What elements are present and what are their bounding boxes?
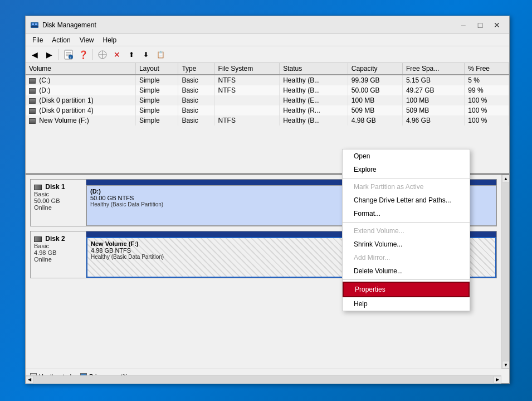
ctx-explore[interactable]: Explore xyxy=(343,163,470,176)
ctx-shrink[interactable]: Shrink Volume... xyxy=(343,238,470,251)
cell-volume: New Volume (F:) xyxy=(26,115,135,125)
ctx-format[interactable]: Format... xyxy=(343,207,470,220)
col-layout[interactable]: Layout xyxy=(135,63,178,75)
close-button[interactable]: ✕ xyxy=(489,18,505,32)
disk-2-info: Disk 2 Basic 4.98 GB Online xyxy=(31,231,86,278)
disk-icon-1 xyxy=(34,185,42,190)
disk-1-info: Disk 1 Basic 50.00 GB Online xyxy=(31,180,86,226)
table-row[interactable]: (Disk 0 partition 4) Simple Basic Health… xyxy=(26,105,509,115)
disk-1-status: Online xyxy=(34,204,82,211)
ctx-help[interactable]: Help xyxy=(343,297,470,311)
cell-free: 4.96 GB xyxy=(402,115,464,125)
maximize-button[interactable]: □ xyxy=(472,18,488,32)
cell-layout: Simple xyxy=(135,75,178,85)
down-button[interactable]: ⬇ xyxy=(139,48,153,61)
svg-rect-3 xyxy=(31,26,38,27)
col-filesystem[interactable]: File System xyxy=(214,63,280,75)
cell-layout: Simple xyxy=(135,95,178,105)
disk-1-type: Basic xyxy=(34,191,82,197)
cell-status: Healthy (R... xyxy=(280,105,348,115)
volume-table: Volume Layout Type File System Status Ca… xyxy=(26,63,509,125)
cell-fs: NTFS xyxy=(214,85,280,95)
scroll-down-button[interactable]: ▼ xyxy=(502,361,509,369)
cell-free: 509 MB xyxy=(402,105,464,115)
cell-pct: 100 % xyxy=(465,105,509,115)
help-button[interactable]: ❓ xyxy=(76,48,90,61)
cell-type: Basic xyxy=(178,115,214,125)
delete-button[interactable]: ✕ xyxy=(110,48,124,61)
table-row[interactable]: (C:) Simple Basic NTFS Healthy (B... 99.… xyxy=(26,75,509,85)
title-bar: Disk Management – □ ✕ xyxy=(26,16,509,34)
cell-type: Basic xyxy=(178,75,214,85)
svg-text:i: i xyxy=(70,55,71,59)
app-icon xyxy=(30,21,39,30)
minimize-button[interactable]: – xyxy=(456,18,471,32)
cell-pct: 99 % xyxy=(465,85,509,95)
ctx-sep-3 xyxy=(343,279,470,280)
cell-free: 49.27 GB xyxy=(402,85,464,95)
cell-type: Basic xyxy=(178,85,214,95)
cell-fs: NTFS xyxy=(214,115,280,125)
svg-rect-2 xyxy=(35,23,37,25)
cell-status: Healthy (B... xyxy=(280,115,348,125)
scroll-up-button[interactable]: ▲ xyxy=(502,175,509,182)
cell-fs xyxy=(214,105,280,115)
context-menu: Open Explore Mark Partition as Active Ch… xyxy=(342,149,470,311)
cell-layout: Simple xyxy=(135,105,178,115)
ctx-delete[interactable]: Delete Volume... xyxy=(343,264,470,278)
back-button[interactable]: ◀ xyxy=(28,48,41,61)
connect-button[interactable] xyxy=(96,48,109,61)
ctx-add-mirror: Add Mirror... xyxy=(343,251,470,264)
table-row[interactable]: (Disk 0 partition 1) Simple Basic Health… xyxy=(26,95,509,105)
toolbar: ◀ ▶ i ❓ xyxy=(26,46,509,63)
cell-volume: (C:) xyxy=(26,75,135,85)
col-type[interactable]: Type xyxy=(178,63,214,75)
disk-icon-p1 xyxy=(29,98,36,104)
menu-view[interactable]: View xyxy=(75,35,99,45)
table-row[interactable]: New Volume (F:) Simple Basic NTFS Health… xyxy=(26,115,509,125)
cell-layout: Simple xyxy=(135,115,178,125)
cell-type: Basic xyxy=(178,95,214,105)
table-row[interactable]: (D:) Simple Basic NTFS Healthy (B... 50.… xyxy=(26,85,509,95)
disk-2-size: 4.98 GB xyxy=(34,249,82,256)
cell-capacity: 509 MB xyxy=(348,105,402,115)
col-capacity[interactable]: Capacity xyxy=(348,63,402,75)
cell-free: 100 MB xyxy=(402,95,464,105)
col-status[interactable]: Status xyxy=(280,63,348,75)
scroll-track xyxy=(502,182,509,361)
ctx-properties[interactable]: Properties xyxy=(343,282,470,297)
ctx-mark-active: Mark Partition as Active xyxy=(343,180,470,194)
svg-point-8 xyxy=(69,55,73,59)
cell-pct: 100 % xyxy=(465,95,509,105)
up-button[interactable]: ⬆ xyxy=(125,48,138,61)
cell-capacity: 4.98 GB xyxy=(348,115,402,125)
menu-help[interactable]: Help xyxy=(99,35,121,45)
window-title: Disk Management xyxy=(42,21,456,29)
disk-2-type: Basic xyxy=(34,243,82,249)
cell-fs xyxy=(214,95,280,105)
vertical-scrollbar: ▲ ▼ xyxy=(501,175,509,369)
ctx-open[interactable]: Open xyxy=(343,149,470,163)
disk-icon-f xyxy=(29,118,36,124)
menu-action[interactable]: Action xyxy=(47,35,75,45)
cell-free: 5.15 GB xyxy=(402,75,464,85)
forward-button[interactable]: ▶ xyxy=(42,48,56,61)
col-volume[interactable]: Volume xyxy=(26,63,135,75)
col-freespace[interactable]: Free Spa... xyxy=(402,63,464,75)
cell-fs: NTFS xyxy=(214,75,280,85)
cell-volume: (Disk 0 partition 4) xyxy=(26,105,135,115)
col-pctfree[interactable]: % Free xyxy=(465,63,509,75)
copy-button[interactable]: 📋 xyxy=(154,48,167,61)
content-area: Volume Layout Type File System Status Ca… xyxy=(26,63,509,369)
cell-volume: (D:) xyxy=(26,85,135,95)
window-controls: – □ ✕ xyxy=(456,18,505,32)
cell-status: Healthy (E... xyxy=(280,95,348,105)
disk-2-name: Disk 2 xyxy=(34,235,82,243)
cell-type: Basic xyxy=(178,105,214,115)
ctx-extend: Extend Volume... xyxy=(343,224,470,238)
ctx-change-letter[interactable]: Change Drive Letter and Paths... xyxy=(343,194,470,207)
properties-button[interactable]: i xyxy=(62,48,75,61)
toolbar-sep-1 xyxy=(58,49,59,60)
menu-file[interactable]: File xyxy=(28,35,47,45)
menu-bar: File Action View Help xyxy=(26,34,509,46)
